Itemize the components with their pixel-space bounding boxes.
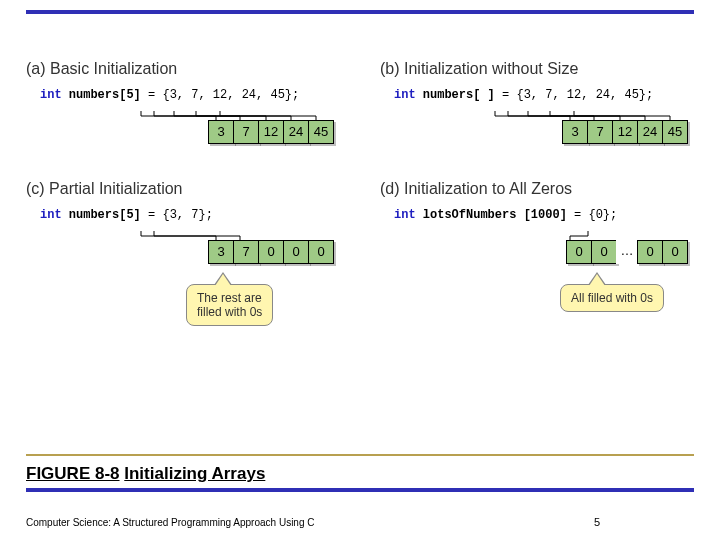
panel-c-title: (c) Partial Initialization — [26, 180, 340, 198]
array-cell: 0 — [591, 240, 617, 264]
array-cell: 0 — [566, 240, 592, 264]
panel-d-title: (d) Initialization to All Zeros — [380, 180, 694, 198]
array-cell: 24 — [637, 120, 663, 144]
panel-d: (d) Initialization to All Zeros int lots… — [380, 180, 694, 326]
panel-c: (c) Partial Initialization int numbers[5… — [26, 180, 340, 326]
bubble-tail — [215, 274, 231, 286]
callout-text: The rest are filled with 0s — [197, 291, 262, 319]
keyword-int: int — [40, 88, 62, 102]
callout-text: All filled with 0s — [571, 291, 653, 305]
figure-caption: FIGURE 8-8 Initializing Arrays — [26, 464, 265, 484]
identifier: numbers[5] — [69, 208, 141, 222]
panel-b-code: int numbers[ ] = {3, 7, 12, 24, 45}; — [394, 88, 694, 102]
panel-a-title: (a) Basic Initialization — [26, 60, 340, 78]
callout-bubble: The rest are filled with 0s — [186, 284, 273, 326]
array-cell: 3 — [562, 120, 588, 144]
code-rest: = {0}; — [567, 208, 617, 222]
panel-a-cells-wrap: 3 7 12 24 45 — [26, 120, 334, 144]
identifier: numbers[5] — [69, 88, 141, 102]
panel-a-cells: 3 7 12 24 45 — [209, 120, 334, 144]
footer-page-number: 5 — [594, 516, 600, 528]
array-cell: 0 — [308, 240, 334, 264]
array-cell: 3 — [208, 120, 234, 144]
figure-number: FIGURE 8-8 — [26, 464, 120, 483]
array-cell: 0 — [283, 240, 309, 264]
array-cell: 3 — [208, 240, 234, 264]
panel-b: (b) Initialization without Size int numb… — [380, 60, 694, 144]
caption-rule-top — [26, 454, 694, 456]
array-cell: 7 — [233, 240, 259, 264]
array-cell-ellipsis: … — [616, 240, 638, 264]
panel-d-cells: 0 0 … 0 0 — [567, 240, 688, 264]
keyword-int: int — [394, 208, 416, 222]
keyword-int: int — [40, 208, 62, 222]
panel-c-code: int numbers[5] = {3, 7}; — [40, 208, 340, 222]
figure-title: Initializing Arrays — [124, 464, 265, 483]
panel-a-code: int numbers[5] = {3, 7, 12, 24, 45}; — [40, 88, 340, 102]
array-cell: 0 — [637, 240, 663, 264]
identifier: numbers[ ] — [423, 88, 495, 102]
code-rest: = {3, 7}; — [141, 208, 213, 222]
code-rest: = {3, 7, 12, 24, 45}; — [495, 88, 653, 102]
panel-c-cells: 3 7 0 0 0 — [209, 240, 334, 264]
callout-bubble: All filled with 0s — [560, 284, 664, 312]
panel-b-cells-wrap: 3 7 12 24 45 — [380, 120, 688, 144]
array-cell: 12 — [612, 120, 638, 144]
array-cell: 45 — [308, 120, 334, 144]
array-cell: 0 — [662, 240, 688, 264]
panel-b-cells: 3 7 12 24 45 — [563, 120, 688, 144]
panel-d-cells-wrap: 0 0 … 0 0 — [380, 240, 688, 264]
array-cell: 45 — [662, 120, 688, 144]
bubble-tail — [589, 274, 605, 286]
array-cell: 7 — [587, 120, 613, 144]
array-cell: 24 — [283, 120, 309, 144]
array-cell: 7 — [233, 120, 259, 144]
panel-c-callout: The rest are filled with 0s — [186, 284, 340, 326]
code-rest: = {3, 7, 12, 24, 45}; — [141, 88, 299, 102]
keyword-int: int — [394, 88, 416, 102]
panel-c-cells-wrap: 3 7 0 0 0 — [26, 240, 334, 264]
footer-book-title: Computer Science: A Structured Programmi… — [26, 517, 314, 528]
caption-rule-bottom — [26, 488, 694, 492]
panel-a: (a) Basic Initialization int numbers[5] … — [26, 60, 340, 144]
array-cell: 0 — [258, 240, 284, 264]
panel-d-code: int lotsOfNumbers [1000] = {0}; — [394, 208, 694, 222]
top-rule — [26, 10, 694, 14]
array-cell: 12 — [258, 120, 284, 144]
panel-b-title: (b) Initialization without Size — [380, 60, 694, 78]
panel-d-callout: All filled with 0s — [560, 284, 694, 312]
content-grid: (a) Basic Initialization int numbers[5] … — [26, 60, 694, 326]
identifier: lotsOfNumbers [1000] — [423, 208, 567, 222]
